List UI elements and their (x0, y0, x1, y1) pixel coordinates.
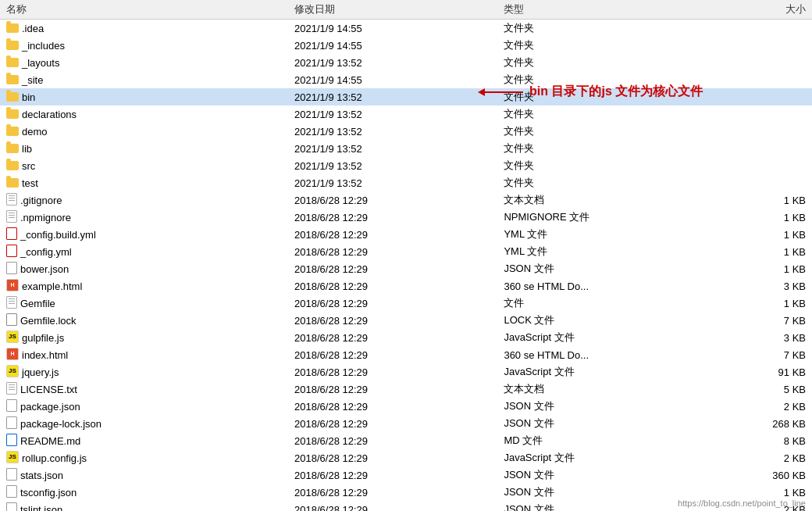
file-size-cell (707, 140, 812, 157)
table-row[interactable]: .npmignore2018/6/28 12:29NPMIGNORE 文件1 K… (0, 209, 812, 226)
file-name-cell: test (0, 174, 288, 191)
yml-icon (6, 227, 17, 240)
table-row[interactable]: JSrollup.config.js2018/6/28 12:29JavaScr… (0, 449, 812, 466)
table-row[interactable]: package.json2018/6/28 12:29JSON 文件2 KB (0, 398, 812, 415)
file-name-text: lib (22, 143, 32, 155)
file-type-cell: 文件夹 (497, 123, 707, 140)
table-row[interactable]: stats.json2018/6/28 12:29JSON 文件360 KB (0, 466, 812, 484)
table-row[interactable]: tsconfig.json2018/6/28 12:29JSON 文件1 KB (0, 484, 812, 501)
table-row[interactable]: JSgulpfile.js2018/6/28 12:29JavaScript 文… (0, 329, 812, 346)
table-row[interactable]: bower.json2018/6/28 12:29JSON 文件1 KB (0, 260, 812, 277)
file-type-cell: 文件夹 (497, 157, 707, 174)
file-name-text: example.html (22, 281, 82, 292)
table-row[interactable]: Gemfile2018/6/28 12:29文件1 KB (0, 295, 812, 312)
folder-icon (6, 161, 19, 170)
file-type-cell: JavaScript 文件 (497, 363, 707, 381)
table-row[interactable]: _config.yml2018/6/28 12:29YML 文件1 KB (0, 243, 812, 260)
file-name-cell: demo (0, 123, 288, 140)
file-type-cell: 文件夹 (497, 54, 707, 71)
file-size-cell: 8 KB (707, 432, 812, 449)
file-type-cell: 文件夹 (497, 20, 707, 38)
file-size-cell: 360 KB (707, 466, 812, 484)
json-icon (6, 485, 17, 498)
file-type-cell: NPMIGNORE 文件 (497, 209, 707, 226)
file-name-text: Gemfile (20, 298, 55, 309)
table-row[interactable]: Hindex.html2018/6/28 12:29360 se HTML Do… (0, 346, 812, 363)
file-size-cell (707, 71, 812, 88)
col-header-date[interactable]: 修改日期 (288, 0, 497, 20)
folder-icon (6, 41, 19, 50)
file-date-cell: 2021/1/9 13:52 (288, 88, 497, 105)
file-date-cell: 2018/6/28 12:29 (288, 346, 497, 363)
table-row[interactable]: _site2021/1/9 14:55文件夹 (0, 71, 812, 88)
file-name-cell: src (0, 157, 288, 174)
file-name-text: declarations (22, 109, 77, 120)
table-row[interactable]: _config.build.yml2018/6/28 12:29YML 文件1 … (0, 226, 812, 243)
file-list[interactable]: 名称 修改日期 类型 大小 .idea2021/1/9 14:55文件夹_inc… (0, 0, 812, 511)
file-date-cell: 2021/1/9 14:55 (288, 71, 497, 88)
file-name-cell: LICENSE.txt (0, 381, 288, 398)
table-row[interactable]: demo2021/1/9 13:52文件夹 (0, 123, 812, 140)
file-size-cell: 1 KB (707, 191, 812, 209)
file-name-cell: Hexample.html (0, 277, 288, 295)
js-icon: JS (6, 331, 19, 343)
file-type-cell: LOCK 文件 (497, 312, 707, 329)
file-type-cell: 文件夹 (497, 37, 707, 54)
file-date-cell: 2018/6/28 12:29 (288, 449, 497, 466)
file-date-cell: 2021/1/9 13:52 (288, 54, 497, 71)
col-header-type[interactable]: 类型 (497, 0, 707, 20)
table-row[interactable]: JSjquery.js2018/6/28 12:29JavaScript 文件9… (0, 363, 812, 381)
col-header-name[interactable]: 名称 (0, 0, 288, 20)
file-date-cell: 2018/6/28 12:29 (288, 295, 497, 312)
file-date-cell: 2018/6/28 12:29 (288, 363, 497, 381)
file-type-cell: 文件夹 (497, 174, 707, 191)
file-name-cell: README.md (0, 432, 288, 449)
folder-icon (6, 58, 19, 67)
folder-icon (6, 178, 19, 188)
file-size-cell (707, 88, 812, 105)
file-name-cell: .gitignore (0, 191, 288, 209)
file-name-cell: bower.json (0, 260, 288, 277)
folder-icon (6, 23, 19, 33)
file-size-cell: 2 KB (707, 449, 812, 466)
file-date-cell: 2021/1/9 13:52 (288, 140, 497, 157)
file-size-cell (707, 123, 812, 140)
table-row[interactable]: package-lock.json2018/6/28 12:29JSON 文件2… (0, 415, 812, 432)
table-row[interactable]: README.md2018/6/28 12:29MD 文件8 KB (0, 432, 812, 449)
file-name-cell: package.json (0, 398, 288, 415)
file-name-cell: package-lock.json (0, 415, 288, 432)
table-row[interactable]: Gemfile.lock2018/6/28 12:29LOCK 文件7 KB (0, 312, 812, 329)
table-row[interactable]: bin2021/1/9 13:52文件夹 (0, 88, 812, 105)
lock-icon (6, 313, 17, 326)
table-row[interactable]: lib2021/1/9 13:52文件夹 (0, 140, 812, 157)
file-size-cell: 1 KB (707, 484, 812, 501)
file-name-cell: _includes (0, 37, 288, 54)
file-name-cell: _config.build.yml (0, 226, 288, 243)
table-row[interactable]: Hexample.html2018/6/28 12:29360 se HTML … (0, 277, 812, 295)
file-date-cell: 2021/1/9 13:52 (288, 174, 497, 191)
file-size-cell: 2 KB (707, 501, 812, 511)
folder-icon (6, 92, 19, 102)
file-name-text: LICENSE.txt (20, 384, 77, 395)
table-row[interactable]: tslint.json2018/6/28 12:29JSON 文件2 KB (0, 501, 812, 511)
file-name-text: index.html (22, 349, 68, 361)
table-row[interactable]: _layouts2021/1/9 13:52文件夹 (0, 54, 812, 71)
table-row[interactable]: src2021/1/9 13:52文件夹 (0, 157, 812, 174)
table-row[interactable]: test2021/1/9 13:52文件夹 (0, 174, 812, 191)
file-name-text: bower.json (20, 263, 69, 275)
file-name-text: _layouts (22, 57, 59, 69)
table-row[interactable]: declarations2021/1/9 13:52文件夹 (0, 105, 812, 123)
file-date-cell: 2018/6/28 12:29 (288, 243, 497, 260)
table-row[interactable]: .gitignore2018/6/28 12:29文本文档1 KB (0, 191, 812, 209)
file-name-cell: declarations (0, 105, 288, 123)
file-date-cell: 2018/6/28 12:29 (288, 209, 497, 226)
table-row[interactable]: _includes2021/1/9 14:55文件夹 (0, 37, 812, 54)
col-header-size[interactable]: 大小 (707, 0, 812, 20)
table-row[interactable]: .idea2021/1/9 14:55文件夹 (0, 20, 812, 38)
json-icon (6, 416, 17, 429)
table-row[interactable]: LICENSE.txt2018/6/28 12:29文本文档5 KB (0, 381, 812, 398)
file-name-text: package.json (20, 401, 80, 413)
file-name-cell: tsconfig.json (0, 484, 288, 501)
file-type-cell: JSON 文件 (497, 501, 707, 511)
file-size-cell (707, 174, 812, 191)
